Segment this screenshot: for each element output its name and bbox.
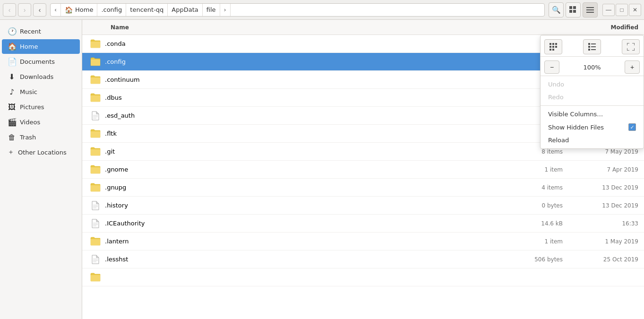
sidebar-item-documents[interactable]: 📄 Documents xyxy=(2,54,80,69)
file-name: .continuum xyxy=(105,76,516,83)
dropdown-menu: − 100% + Undo Redo Visible Columns… Show… xyxy=(540,35,644,149)
column-modified: Modified xyxy=(568,24,644,31)
sidebar-item-other-locations-label: Other Locations xyxy=(18,149,67,156)
svg-rect-30 xyxy=(591,46,596,47)
file-modified: 25 Oct 2019 xyxy=(568,256,644,263)
file-modified: 7 May 2019 xyxy=(568,148,644,155)
file-name: .gnome xyxy=(105,166,516,173)
zoom-row: − 100% + xyxy=(541,59,644,76)
svg-rect-25 xyxy=(550,49,551,51)
view-toggle-button[interactable] xyxy=(566,2,581,17)
zoom-in-button[interactable]: + xyxy=(625,60,640,74)
zoom-out-button[interactable]: − xyxy=(544,60,559,74)
svg-rect-31 xyxy=(588,49,590,51)
menu-button[interactable] xyxy=(583,2,598,17)
window-controls: — □ ✕ xyxy=(602,4,641,16)
breadcrumb-file[interactable]: file xyxy=(203,4,220,16)
svg-rect-23 xyxy=(552,46,554,48)
sidebar-item-pictures-label: Pictures xyxy=(20,103,44,111)
file-icon xyxy=(86,255,105,264)
file-icon xyxy=(86,219,105,228)
undo-menu-item[interactable]: Undo xyxy=(541,78,644,91)
menu-separator xyxy=(541,105,644,106)
svg-rect-0 xyxy=(569,6,572,9)
file-name: .esd_auth xyxy=(105,112,516,119)
table-row[interactable]: .gnupg 4 items 13 Dec 2019 xyxy=(82,179,644,197)
sidebar-item-other-locations[interactable]: ＋ Other Locations xyxy=(2,145,80,159)
sidebar-item-home[interactable]: 🏠 Home xyxy=(2,39,80,54)
breadcrumb-back-more[interactable]: ‹ xyxy=(51,4,61,16)
breadcrumb-home[interactable]: 🏠 Home xyxy=(61,4,97,16)
sidebar-item-recent[interactable]: 🕐 Recent xyxy=(2,24,80,39)
file-name: .dbus xyxy=(105,94,516,101)
table-row[interactable]: .history 0 bytes 13 Dec 2019 xyxy=(82,197,644,215)
show-hidden-files-label: Show Hidden Files xyxy=(548,124,604,131)
file-modified: 13 Dec 2019 xyxy=(568,184,644,191)
table-row[interactable]: .lantern 1 item 1 May 2019 xyxy=(82,233,644,250)
redo-menu-item[interactable]: Redo xyxy=(541,91,644,103)
main-layout: 🕐 Recent 🏠 Home 📄 Documents ⬇ Downloads … xyxy=(0,20,644,319)
show-hidden-files-checkbox[interactable]: ✓ xyxy=(628,123,636,131)
file-name: .conda xyxy=(105,40,516,47)
trash-icon: 🗑 xyxy=(8,133,16,142)
restore-button[interactable]: □ xyxy=(616,4,628,16)
breadcrumb-more-forward[interactable]: › xyxy=(220,4,231,16)
close-button[interactable]: ✕ xyxy=(629,4,641,16)
reload-menu-item[interactable]: Reload xyxy=(541,134,644,147)
list-view-button[interactable] xyxy=(583,39,601,54)
breadcrumb-config[interactable]: .config xyxy=(97,4,126,16)
sidebar-item-music[interactable]: ♪ Music xyxy=(2,85,80,99)
visible-columns-label: Visible Columns… xyxy=(548,111,603,118)
visible-columns-menu-item[interactable]: Visible Columns… xyxy=(541,108,644,121)
sidebar: 🕐 Recent 🏠 Home 📄 Documents ⬇ Downloads … xyxy=(0,20,82,319)
pictures-icon: 🖼 xyxy=(8,103,16,112)
table-row[interactable]: .lesshst 506 bytes 25 Oct 2019 xyxy=(82,250,644,268)
forward-button[interactable]: › xyxy=(18,3,31,17)
minimize-button[interactable]: — xyxy=(602,4,615,16)
file-name: .lantern xyxy=(105,238,516,245)
table-row[interactable]: .gnome 1 item 7 Apr 2019 xyxy=(82,161,644,179)
file-icon xyxy=(86,201,105,210)
home-icon: 🏠 xyxy=(65,6,73,14)
search-button[interactable]: 🔍 xyxy=(549,2,564,17)
file-size: 8 items xyxy=(516,148,568,155)
sidebar-item-recent-label: Recent xyxy=(20,28,41,35)
sidebar-item-pictures[interactable]: 🖼 Pictures xyxy=(2,100,80,114)
folder-icon xyxy=(86,147,105,156)
back-button[interactable]: ‹ xyxy=(3,3,16,17)
sidebar-item-music-label: Music xyxy=(20,88,37,95)
zoom-level-label: 100% xyxy=(561,64,623,71)
file-name: .config xyxy=(105,58,516,65)
music-icon: ♪ xyxy=(8,87,16,96)
recent-icon: 🕐 xyxy=(8,27,16,36)
zoom-fit-button[interactable] xyxy=(622,39,640,54)
breadcrumb-tencent[interactable]: tencent-qq xyxy=(126,4,168,16)
up-button[interactable]: ‹ xyxy=(33,3,46,17)
folder-icon xyxy=(86,57,105,66)
svg-rect-5 xyxy=(586,9,594,10)
breadcrumb-bar: ‹ 🏠 Home .config tencent-qq AppData file… xyxy=(50,3,545,17)
file-name: .ICEauthority xyxy=(105,220,516,227)
file-name: .lesshst xyxy=(105,256,516,263)
sidebar-item-trash[interactable]: 🗑 Trash xyxy=(2,130,80,145)
sidebar-item-videos[interactable]: 🎬 Videos xyxy=(2,115,80,129)
sidebar-item-home-label: Home xyxy=(20,43,38,50)
file-icon xyxy=(86,111,105,121)
folder-icon xyxy=(86,183,105,192)
reload-label: Reload xyxy=(548,137,569,144)
plus-icon: ＋ xyxy=(8,148,14,156)
svg-rect-3 xyxy=(573,10,576,13)
grid-view-button[interactable] xyxy=(544,39,562,54)
file-name: .git xyxy=(105,148,516,155)
table-row[interactable]: .ICEauthority 14.6 kB 16:33 xyxy=(82,215,644,233)
folder-icon xyxy=(86,129,105,138)
file-list-header: Name Modified xyxy=(82,20,644,35)
svg-rect-32 xyxy=(591,49,596,50)
svg-rect-20 xyxy=(552,43,554,45)
sidebar-item-downloads[interactable]: ⬇ Downloads xyxy=(2,69,80,84)
show-hidden-files-menu-item[interactable]: Show Hidden Files ✓ xyxy=(541,121,644,134)
breadcrumb-home-label: Home xyxy=(75,6,93,13)
breadcrumb-appdata[interactable]: AppData xyxy=(168,4,202,16)
table-row[interactable] xyxy=(82,268,644,286)
svg-rect-1 xyxy=(573,6,576,9)
